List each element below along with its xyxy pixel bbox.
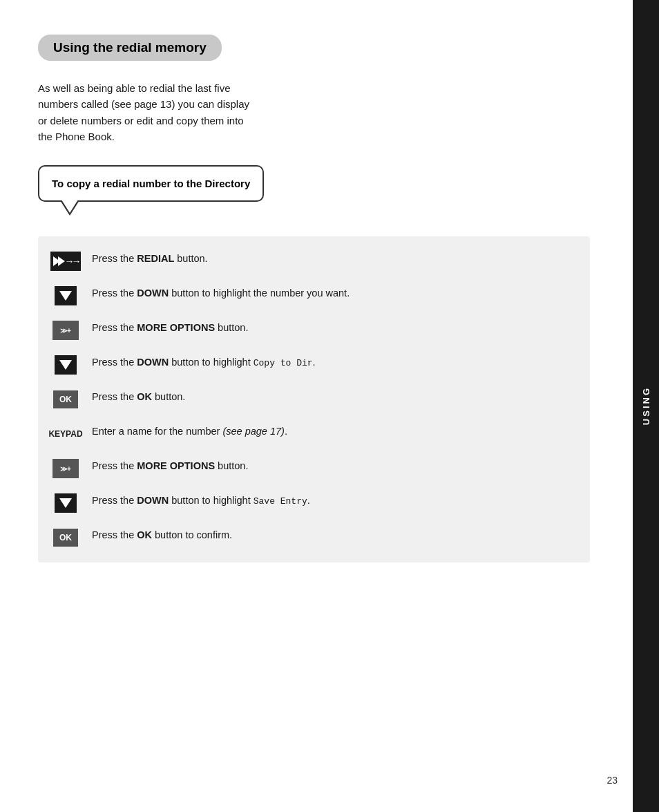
ok-button-icon: OK [53,390,78,408]
more-options-icon-1: ≫+ [50,319,81,341]
see-page-17: (see page 17) [222,426,284,437]
step-2-text: Press the DOWN button to highlight the n… [92,285,350,301]
ok-label-1: OK [137,391,152,402]
redial-label: REDIAL [137,253,174,264]
down-icon-2 [50,354,81,376]
step-7-text: Press the MORE OPTIONS button. [92,457,248,473]
step-1-text: Press the REDIAL button. [92,250,208,266]
down-label-2: DOWN [137,357,169,368]
main-content: Using the redial memory As well as being… [0,0,631,812]
step-row: Press the DOWN button to highlight the n… [50,285,577,307]
callout-box: To copy a redial number to the Directory [38,165,264,202]
double-arrow-icon [53,256,65,266]
down-button-icon-2 [55,355,77,375]
right-sidebar: USING [633,0,659,812]
down-button-icon [55,286,77,305]
copy-to-dir-text: Copy to Dir [254,358,313,368]
step-row: ≫+ Press the MORE OPTIONS button. [50,319,577,341]
step-row: Press the DOWN button to highlight Copy … [50,354,577,376]
down-button-icon-3 [55,493,77,513]
page-title: Using the redial memory [53,40,207,55]
ok-icon-2: OK [50,527,81,549]
down-label-3: DOWN [137,495,169,506]
down-arrow-icon-3 [59,498,72,508]
step-row: Press the REDIAL button. [50,250,577,272]
ok-label-2: OK [137,529,152,540]
step-row: ≫+ Press the MORE OPTIONS button. [50,457,577,480]
down-label-1: DOWN [137,287,169,299]
redial-icon [50,250,81,272]
step-4-text: Press the DOWN button to highlight Copy … [92,354,316,370]
callout-title: To copy a redial number to the Directory [52,176,250,191]
down-icon-1 [50,285,81,307]
title-pill: Using the redial memory [38,35,222,61]
steps-area: Press the REDIAL button. Press the DOWN … [38,236,590,563]
redial-button-icon [50,252,81,271]
step-3-text: Press the MORE OPTIONS button. [92,319,248,335]
step-6-text: Enter a name for the number (see page 17… [92,423,287,439]
more-options-icon-2: ≫+ [50,457,81,480]
arrow2 [58,256,65,266]
intro-text: As well as being able to redial the last… [38,80,259,144]
keypad-label: KEYPAD [48,429,82,439]
keypad-icon: KEYPAD [50,423,81,445]
page-number: 23 [607,775,618,786]
down-arrow-icon-2 [59,360,72,370]
down-arrow-icon [59,291,72,301]
ok-icon-1: OK [50,388,81,410]
step-9-text: Press the OK button to confirm. [92,527,232,542]
more-button-icon: ≫+ [52,321,79,340]
save-entry-text: Save Entry [254,496,307,507]
step-8-text: Press the DOWN button to highlight Save … [92,492,310,509]
step-row: Press the DOWN button to highlight Save … [50,492,577,514]
down-icon-3 [50,492,81,514]
more-options-label-2: MORE OPTIONS [137,460,215,471]
step-5-text: Press the OK button. [92,388,185,404]
more-button-icon-2: ≫+ [52,459,79,478]
step-row: OK Press the OK button to confirm. [50,527,577,549]
step-row: KEYPAD Enter a name for the number (see … [50,423,577,445]
more-options-label-1: MORE OPTIONS [137,322,215,333]
step-row: OK Press the OK button. [50,388,577,410]
ok-button-icon-2: OK [53,529,78,547]
sidebar-label: USING [641,386,651,425]
